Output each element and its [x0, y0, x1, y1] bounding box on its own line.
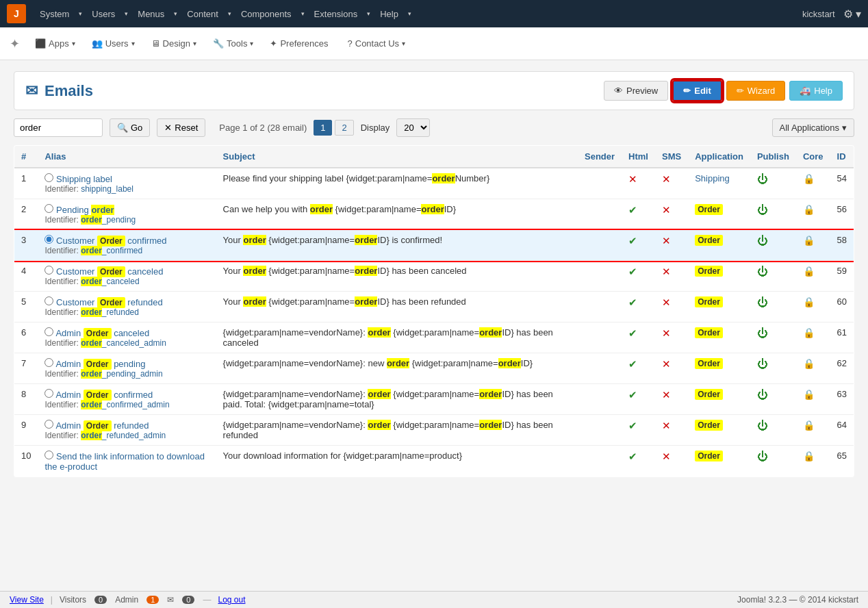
power-icon[interactable]: ⏻	[757, 204, 768, 216]
col-id[interactable]: ID	[830, 146, 854, 168]
order-badge: Order	[695, 389, 723, 400]
display-select[interactable]: 20 50	[396, 118, 430, 137]
row-publish[interactable]: ⏻	[750, 168, 796, 199]
identifier-link[interactable]: order_pending	[81, 215, 136, 225]
help-button[interactable]: 🚑 Help	[789, 81, 843, 101]
power-icon[interactable]: ⏻	[757, 266, 768, 277]
row-alias-cell: Customer Order refunded Identifier: orde…	[38, 292, 216, 322]
power-icon[interactable]: ⏻	[757, 451, 768, 462]
alias-link[interactable]: Pending order	[56, 205, 114, 215]
power-icon[interactable]: ⏻	[757, 327, 768, 339]
row-radio[interactable]	[44, 451, 53, 459]
highlight-text: order	[81, 246, 102, 255]
alias-link[interactable]: Customer Order confirmed	[56, 236, 166, 246]
power-icon[interactable]: ⏻	[757, 235, 768, 246]
alias-link[interactable]: Customer Order canceled	[56, 266, 163, 277]
nav-system[interactable]: System	[33, 6, 76, 22]
power-icon[interactable]: ⏻	[757, 296, 768, 308]
edit-button[interactable]: ✏ Edit	[672, 80, 722, 101]
row-radio[interactable]	[44, 204, 53, 213]
row-publish[interactable]: ⏻	[750, 199, 796, 230]
nav-extensions[interactable]: Extensions	[307, 6, 365, 22]
sub-nav-contactus[interactable]: ? Contact Us ▾	[341, 35, 413, 52]
row-application: Order	[688, 384, 750, 415]
row-publish[interactable]: ⏻	[750, 384, 796, 415]
row-application: Order	[688, 292, 750, 322]
caret: ▾	[125, 10, 128, 17]
highlight-text: order	[368, 327, 390, 338]
row-publish[interactable]: ⏻	[750, 322, 796, 353]
row-publish[interactable]: ⏻	[750, 415, 796, 446]
col-html[interactable]: Html	[622, 146, 655, 168]
alias-link[interactable]: Customer Order refunded	[56, 297, 163, 307]
alias-link[interactable]: Send the link information to download th…	[44, 451, 204, 472]
col-sms[interactable]: SMS	[655, 146, 688, 168]
wizard-button[interactable]: ✏ Wizard	[726, 81, 785, 101]
row-publish[interactable]: ⏻	[750, 230, 796, 261]
identifier-link[interactable]: order_canceled	[81, 277, 139, 286]
go-button[interactable]: 🔍 Go	[110, 118, 150, 137]
top-user-link[interactable]: kickstart	[802, 9, 835, 19]
row-publish[interactable]: ⏻	[750, 292, 796, 322]
nav-menus[interactable]: Menus	[131, 6, 171, 22]
col-alias[interactable]: Alias	[38, 146, 216, 168]
row-num: 1	[14, 168, 38, 199]
row-publish[interactable]: ⏻	[750, 261, 796, 292]
identifier-link[interactable]: order_refunded	[81, 307, 139, 317]
identifier-link[interactable]: order_pending_admin	[81, 369, 162, 379]
nav-content[interactable]: Content	[180, 6, 225, 22]
power-icon[interactable]: ⏻	[757, 420, 768, 431]
alias-link[interactable]: Admin Order confirmed	[55, 390, 153, 400]
sub-nav-users-label: Users	[105, 38, 129, 49]
all-applications-dropdown[interactable]: All Applications ▾	[772, 118, 854, 137]
reset-button[interactable]: ✕ Reset	[157, 118, 205, 137]
power-icon[interactable]: ⏻	[757, 358, 768, 370]
col-subject[interactable]: Subject	[216, 146, 578, 168]
identifier-link[interactable]: order_confirmed_admin	[81, 400, 169, 409]
search-input[interactable]	[14, 118, 103, 137]
identifier-link[interactable]: order_canceled_admin	[81, 338, 166, 348]
nav-components[interactable]: Components	[234, 6, 298, 22]
order-badge: Order	[695, 204, 723, 215]
page-1-button[interactable]: 1	[314, 120, 332, 136]
alias-link[interactable]: Admin Order canceled	[55, 328, 149, 338]
row-radio[interactable]	[44, 296, 53, 305]
sub-nav-apps[interactable]: ⬛ Apps ▾	[28, 35, 82, 52]
row-publish[interactable]: ⏻	[750, 446, 796, 477]
all-applications-label: All Applications	[780, 123, 839, 133]
row-radio[interactable]	[44, 420, 53, 429]
page-2-button[interactable]: 2	[335, 120, 353, 136]
nav-help[interactable]: Help	[373, 6, 405, 22]
row-id: 63	[830, 384, 854, 415]
row-radio[interactable]	[44, 173, 53, 182]
sub-nav-preferences[interactable]: ✦ Preferences	[263, 35, 337, 52]
row-radio[interactable]	[44, 389, 53, 398]
row-radio[interactable]	[44, 358, 53, 367]
col-application[interactable]: Application	[688, 146, 750, 168]
nav-users[interactable]: Users	[85, 6, 122, 22]
row-radio[interactable]	[44, 327, 53, 336]
identifier-link[interactable]: order_confirmed	[81, 246, 142, 255]
power-icon[interactable]: ⏻	[757, 389, 768, 401]
col-sender[interactable]: Sender	[578, 146, 622, 168]
alias-link[interactable]: Shipping label	[56, 174, 112, 184]
sub-nav-tools[interactable]: 🔧 Tools ▾	[206, 35, 260, 52]
row-sms: ✕	[655, 415, 688, 446]
col-publish[interactable]: Publish	[750, 146, 796, 168]
gear-icon[interactable]: ⚙ ▾	[843, 8, 861, 21]
row-radio[interactable]	[44, 235, 53, 244]
row-radio[interactable]	[44, 266, 53, 275]
identifier-link[interactable]: shipping_label	[81, 184, 133, 194]
power-icon[interactable]: ⏻	[757, 173, 768, 185]
help-icon: 🚑	[800, 86, 810, 96]
alias-link[interactable]: Admin Order refunded	[55, 420, 149, 431]
identifier-link[interactable]: order_refunded_admin	[81, 431, 166, 440]
preview-button[interactable]: 👁 Preview	[604, 81, 668, 101]
alias-link[interactable]: Admin Order pending	[55, 359, 145, 369]
highlight-text: order	[479, 389, 502, 399]
row-publish[interactable]: ⏻	[750, 353, 796, 384]
sub-nav-users[interactable]: 👥 Users ▾	[85, 35, 142, 52]
row-num: 2	[14, 199, 38, 230]
col-core[interactable]: Core	[796, 146, 830, 168]
sub-nav-design[interactable]: 🖥 Design ▾	[144, 35, 203, 52]
